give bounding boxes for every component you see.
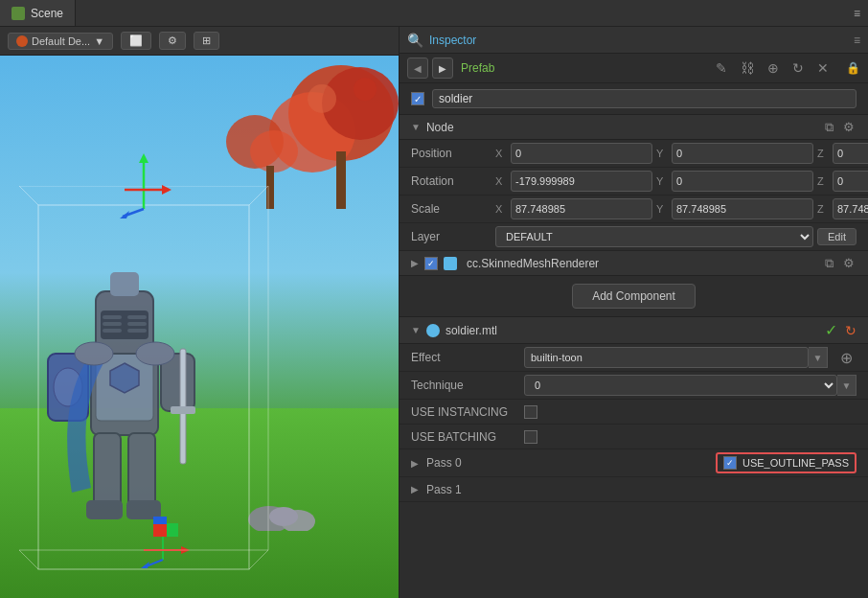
technique-row: Technique 0 ▼ [400,372,868,400]
view-icon: ⬜ [129,34,143,47]
effect-row: Effect builtin-toon ▼ ⊕ [400,344,868,372]
position-z-label: Z [817,148,829,159]
material-header: ▼ soldier.mtl ✓ ↻ [400,317,868,344]
pass0-outline-container: USE_OUTLINE_PASS [716,452,857,473]
prefab-edit-button[interactable]: ✎ [712,58,731,78]
rotation-fields: X Y Z [495,171,868,192]
prefab-tools: ✎ ⛓ ⊕ ↻ ✕ 🔒 [712,58,860,78]
layer-select[interactable]: DEFAULT [495,226,813,247]
scene-tab-label: Scene [31,7,63,20]
transform-gizmo [115,151,172,218]
use-batching-row: USE BATCHING [400,425,868,449]
pass0-content: USE_OUTLINE_PASS [511,452,857,473]
prefab-add-button[interactable]: ⊕ [764,58,783,78]
pass0-row: ▶ Pass 0 USE_OUTLINE_PASS [400,449,868,477]
component-icon [444,257,457,270]
material-tools: ✓ ↻ [825,321,857,339]
prefab-sync-button[interactable]: ↻ [788,58,808,78]
back-button[interactable]: ◀ [407,58,428,79]
rotation-x-label: X [495,175,507,187]
default-de-button[interactable]: Default De... ▼ [8,33,113,50]
pass0-label: Pass 0 [426,456,503,470]
main-layout: Default De... ▼ ⬜ ⚙ ⊞ [0,27,868,598]
node-section-title: Node [426,121,454,134]
material-name: soldier.mtl [445,324,497,337]
effect-add-button[interactable]: ⊕ [835,347,857,368]
technique-dropdown-arrow[interactable]: ▼ [837,375,857,396]
material-icon [426,324,440,337]
prefab-close-button[interactable]: ✕ [813,58,833,78]
position-z-input[interactable] [833,143,868,164]
pass0-collapse-arrow[interactable]: ▶ [411,458,419,469]
material-collapse-arrow[interactable]: ▼ [411,325,421,335]
position-label: Position [411,147,488,160]
node-section-header: ▼ Node ⧉ ⚙ [400,115,868,140]
rotation-x-input[interactable] [511,171,652,192]
skinned-mesh-tools: ⧉ ⚙ [823,256,857,271]
scene-view-button[interactable]: ⬜ [121,32,151,50]
object-name-input[interactable] [432,89,857,108]
node-gear-button[interactable]: ⚙ [841,120,857,134]
scene-tab[interactable]: Scene [0,0,76,26]
scene-grid-button[interactable]: ⊞ [194,32,219,50]
skinned-mesh-gear-button[interactable]: ⚙ [841,256,857,270]
inspector-title: Inspector [429,34,476,47]
dropdown-arrow: ▼ [94,35,104,47]
default-de-label: Default De... [32,35,90,47]
effect-select[interactable]: builtin-toon [524,347,809,368]
svg-line-48 [19,186,38,205]
settings-icon: ⚙ [168,34,177,47]
position-y-label: Y [656,148,668,159]
skinned-mesh-copy-button[interactable]: ⧉ [823,256,835,271]
rotation-z-input[interactable] [833,171,868,192]
svg-line-45 [19,550,38,569]
scale-x-input[interactable] [511,198,652,219]
scene-icon-small [16,35,28,47]
skinned-mesh-section-header: ▶ cc.SkinnedMeshRenderer ⧉ ⚙ [400,251,868,276]
pass1-collapse-arrow[interactable]: ▶ [411,484,419,494]
inspector-menu-button[interactable]: ≡ [854,34,860,47]
use-instancing-checkbox[interactable] [524,405,537,419]
scale-z-input[interactable] [833,198,868,219]
use-instancing-row: USE INSTANCING [400,400,868,425]
object-active-checkbox[interactable] [411,92,424,105]
scale-z-label: Z [817,203,829,215]
node-collapse-arrow[interactable]: ▼ [411,122,421,132]
add-component-button[interactable]: Add Component [572,284,696,309]
rotation-row: Rotation X Y Z [400,168,868,196]
rotation-y-input[interactable] [672,171,813,192]
skinned-mesh-collapse-arrow[interactable]: ▶ [411,258,419,268]
scene-settings-button[interactable]: ⚙ [159,32,186,50]
inspector-tab-icon: 🔍 [407,33,423,48]
svg-rect-3 [336,151,346,209]
forward-button[interactable]: ▶ [432,58,453,79]
layer-edit-button[interactable]: Edit [817,228,857,245]
effect-label: Effect [411,351,516,364]
prefab-link-button[interactable]: ⛓ [737,58,758,78]
scene-icon [11,7,25,20]
use-instancing-label: USE INSTANCING [411,405,516,419]
technique-dropdown-wrap: 0 ▼ [524,375,857,396]
use-batching-checkbox[interactable] [524,430,537,444]
technique-select[interactable]: 0 [524,375,837,396]
layer-label: Layer [411,230,488,243]
effect-dropdown-wrap: builtin-toon ▼ [524,347,828,368]
position-fields: X Y Z [495,143,868,164]
position-y-input[interactable] [672,143,813,164]
grid-icon: ⊞ [202,34,211,47]
effect-dropdown-arrow[interactable]: ▼ [809,347,828,368]
node-copy-button[interactable]: ⧉ [823,120,835,135]
skinned-mesh-checkbox[interactable] [424,257,438,270]
material-refresh-button[interactable]: ↻ [845,323,857,338]
scene-menu-button[interactable]: ≡ [846,0,868,26]
svg-marker-57 [120,211,129,218]
node-section-tools: ⧉ ⚙ [823,120,857,135]
rotation-label: Rotation [411,174,488,188]
svg-line-49 [249,186,268,205]
position-x-label: X [495,148,507,159]
use-outline-pass-checkbox[interactable] [723,456,737,470]
scale-fields: X Y Z [495,198,868,219]
top-bar: Scene ≡ [0,0,868,27]
position-x-input[interactable] [511,143,652,164]
scale-y-input[interactable] [672,198,813,219]
